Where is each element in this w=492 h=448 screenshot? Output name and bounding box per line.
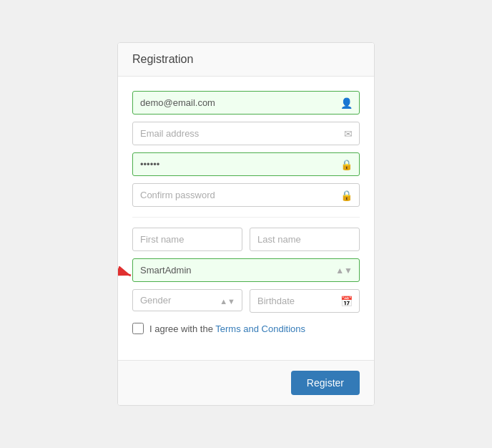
first-name-input[interactable] [132,228,242,251]
card-body: 👤 ✉ 🔒 🔒 [118,77,374,360]
first-name-group [132,228,242,251]
terms-label: I agree with the Terms and Conditions [149,323,305,334]
gender-group: Gender Male Female Other ▲▼ [132,289,242,313]
register-button[interactable]: Register [291,371,360,395]
email-input[interactable] [132,122,360,145]
gender-select[interactable]: Gender Male Female Other [132,289,242,311]
card-footer: Register [118,360,374,405]
password-group: 🔒 [132,152,360,176]
registration-card: Registration 👤 ✉ 🔒 🔒 [117,42,375,406]
password-input[interactable] [132,152,360,176]
role-select[interactable]: SmartAdmin [132,258,360,282]
terms-checkbox[interactable] [132,323,144,334]
terms-row: I agree with the Terms and Conditions [132,323,360,334]
email-group: ✉ [132,122,360,145]
gender-birthdate-row: Gender Male Female Other ▲▼ 📅 [132,289,360,313]
card-header: Registration [118,43,374,77]
username-group: 👤 [132,91,360,115]
divider-1 [132,217,360,218]
confirm-password-group: 🔒 [132,183,360,207]
username-input[interactable] [132,91,360,115]
birthdate-input[interactable] [250,289,360,313]
svg-line-1 [117,263,131,276]
name-row [132,228,360,251]
card-title: Registration [132,53,360,66]
last-name-group [250,228,360,251]
role-group: SmartAdmin ▲▼ [132,258,360,282]
birthdate-group: 📅 [250,289,360,313]
terms-link[interactable]: Terms and Conditions [215,323,305,334]
confirm-password-input[interactable] [132,183,360,207]
last-name-input[interactable] [250,228,360,251]
